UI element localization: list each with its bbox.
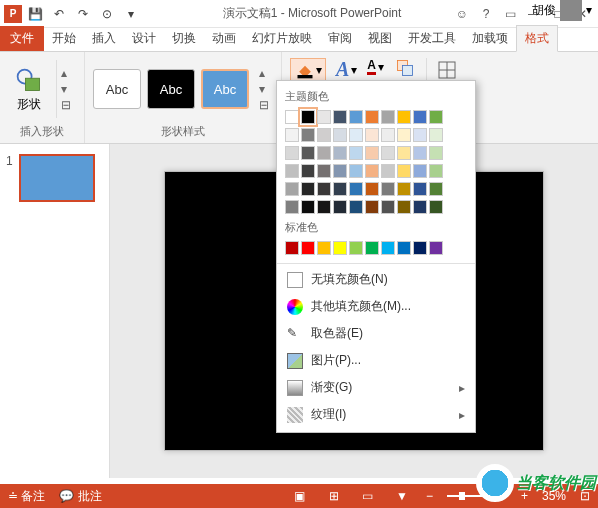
color-swatch[interactable] (333, 241, 347, 255)
color-swatch[interactable] (349, 200, 363, 214)
gallery-more-icon[interactable]: ⊟ (61, 98, 76, 112)
style-preset-3[interactable]: Abc (201, 69, 249, 109)
save-icon[interactable]: 💾 (24, 3, 46, 25)
qat-more-icon[interactable]: ▾ (120, 3, 142, 25)
ribbon-options-icon[interactable]: ▭ (500, 7, 520, 21)
tab-home[interactable]: 开始 (44, 26, 84, 51)
zoom-out-icon[interactable]: − (426, 489, 433, 503)
reading-view-icon[interactable]: ▭ (358, 488, 378, 504)
color-swatch[interactable] (397, 146, 411, 160)
color-swatch[interactable] (301, 241, 315, 255)
color-swatch[interactable] (285, 164, 299, 178)
slide-thumb-1[interactable]: 1 (6, 154, 103, 202)
color-swatch[interactable] (397, 128, 411, 142)
color-swatch[interactable] (317, 128, 331, 142)
color-swatch[interactable] (397, 241, 411, 255)
color-swatch[interactable] (301, 164, 315, 178)
text-fill-button[interactable]: A▾ (367, 58, 384, 75)
color-swatch[interactable] (349, 110, 363, 124)
color-swatch[interactable] (429, 200, 443, 214)
gallery-up-icon[interactable]: ▴ (259, 66, 269, 80)
color-swatch[interactable] (429, 182, 443, 196)
texture-item[interactable]: 纹理(I)▸ (277, 401, 475, 428)
color-swatch[interactable] (381, 110, 395, 124)
color-swatch[interactable] (381, 128, 395, 142)
color-swatch[interactable] (381, 200, 395, 214)
tab-view[interactable]: 视图 (360, 26, 400, 51)
picture-item[interactable]: 图片(P)... (277, 347, 475, 374)
tab-file[interactable]: 文件 (0, 26, 44, 51)
color-swatch[interactable] (413, 128, 427, 142)
color-swatch[interactable] (381, 241, 395, 255)
tab-design[interactable]: 设计 (124, 26, 164, 51)
color-swatch[interactable] (285, 241, 299, 255)
color-swatch[interactable] (365, 110, 379, 124)
wordart-button[interactable]: A▾ (336, 58, 357, 81)
tab-insert[interactable]: 插入 (84, 26, 124, 51)
color-swatch[interactable] (429, 164, 443, 178)
start-icon[interactable]: ⊙ (96, 3, 118, 25)
help-icon[interactable]: ? (476, 7, 496, 21)
color-swatch[interactable] (333, 200, 347, 214)
comments-button[interactable]: 💬 批注 (59, 488, 101, 505)
color-swatch[interactable] (317, 164, 331, 178)
color-swatch[interactable] (285, 146, 299, 160)
slideshow-view-icon[interactable]: ▼ (392, 488, 412, 504)
gallery-up-icon[interactable]: ▴ (61, 66, 76, 80)
color-swatch[interactable] (381, 146, 395, 160)
color-swatch[interactable] (349, 146, 363, 160)
color-swatch[interactable] (317, 200, 331, 214)
redo-icon[interactable]: ↷ (72, 3, 94, 25)
style-preset-2[interactable]: Abc (147, 69, 195, 109)
color-swatch[interactable] (301, 146, 315, 160)
color-swatch[interactable] (333, 128, 347, 142)
tab-addins[interactable]: 加载项 (464, 26, 516, 51)
color-swatch[interactable] (397, 164, 411, 178)
color-swatch[interactable] (413, 146, 427, 160)
styles-gallery-more[interactable]: ▴ ▾ ⊟ (255, 66, 273, 112)
no-fill-item[interactable]: 无填充颜色(N) (277, 266, 475, 293)
gallery-more-icon[interactable]: ⊟ (259, 98, 269, 112)
color-swatch[interactable] (429, 110, 443, 124)
color-swatch[interactable] (333, 182, 347, 196)
color-swatch[interactable] (397, 182, 411, 196)
color-swatch[interactable] (365, 146, 379, 160)
color-swatch[interactable] (349, 182, 363, 196)
color-swatch[interactable] (413, 164, 427, 178)
sorter-view-icon[interactable]: ⊞ (324, 488, 344, 504)
color-swatch[interactable] (381, 164, 395, 178)
color-swatch[interactable] (301, 182, 315, 196)
gallery-down-icon[interactable]: ▾ (61, 82, 76, 96)
undo-icon[interactable]: ↶ (48, 3, 70, 25)
shapes-button[interactable]: 形状 (8, 60, 50, 118)
color-swatch[interactable] (413, 110, 427, 124)
color-swatch[interactable] (397, 110, 411, 124)
color-swatch[interactable] (429, 128, 443, 142)
color-swatch[interactable] (349, 164, 363, 178)
shape-fill-button[interactable]: ▾ (290, 58, 326, 82)
color-swatch[interactable] (317, 146, 331, 160)
color-swatch[interactable] (429, 241, 443, 255)
notes-button[interactable]: ≐ 备注 (8, 488, 45, 505)
color-swatch[interactable] (429, 146, 443, 160)
face-icon[interactable]: ☺ (452, 7, 472, 21)
gradient-item[interactable]: 渐变(G)▸ (277, 374, 475, 401)
color-swatch[interactable] (285, 128, 299, 142)
gallery-down-icon[interactable]: ▾ (259, 82, 269, 96)
color-swatch[interactable] (413, 200, 427, 214)
user-dropdown-icon[interactable]: ▾ (586, 3, 592, 17)
tab-slideshow[interactable]: 幻灯片放映 (244, 26, 320, 51)
color-swatch[interactable] (317, 182, 331, 196)
color-swatch[interactable] (317, 110, 331, 124)
color-swatch[interactable] (301, 128, 315, 142)
color-swatch[interactable] (397, 200, 411, 214)
normal-view-icon[interactable]: ▣ (290, 488, 310, 504)
tab-animation[interactable]: 动画 (204, 26, 244, 51)
style-preset-1[interactable]: Abc (93, 69, 141, 109)
tab-developer[interactable]: 开发工具 (400, 26, 464, 51)
color-swatch[interactable] (333, 146, 347, 160)
color-swatch[interactable] (365, 200, 379, 214)
color-swatch[interactable] (285, 182, 299, 196)
color-swatch[interactable] (317, 241, 331, 255)
color-swatch[interactable] (333, 164, 347, 178)
